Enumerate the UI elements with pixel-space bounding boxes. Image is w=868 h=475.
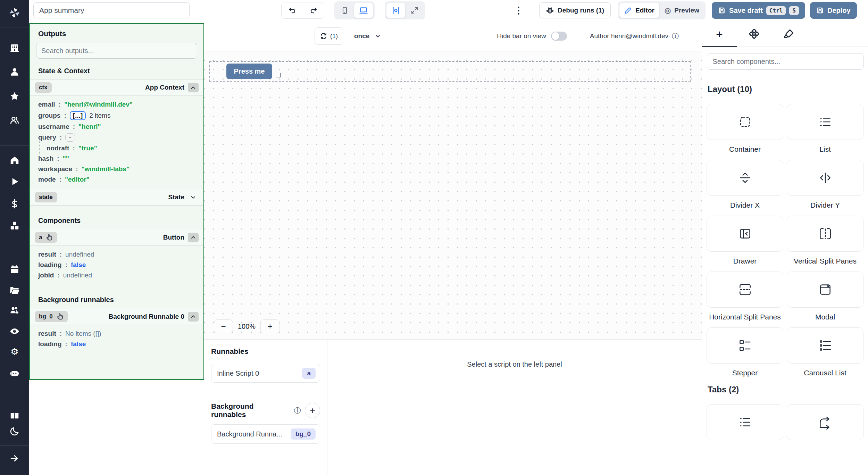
collapse-bg0-button[interactable] (188, 312, 199, 322)
component-card-container[interactable]: Container (707, 104, 783, 154)
editor-tab[interactable]: Editor (619, 3, 660, 18)
search-outputs-input[interactable] (36, 43, 197, 59)
app-summary-input[interactable] (33, 2, 190, 18)
component-card-horizontal-split-panes[interactable]: Horizontal Split Panes (707, 272, 783, 322)
component-a-type-label: Button (163, 234, 184, 241)
more-menu-button[interactable]: ⋮ (514, 6, 523, 15)
component-card-divider-x[interactable]: Divider X (707, 160, 783, 210)
state-badge[interactable]: state (35, 192, 57, 202)
selected-row-outline[interactable] (209, 61, 691, 82)
settings-gear-icon[interactable]: ⚙ (9, 346, 20, 358)
mobile-view-button[interactable] (336, 3, 354, 18)
ctx-fields: email: "henri@windmill.dev" groups: [...… (30, 96, 203, 189)
windmill-logo-icon[interactable] (9, 7, 20, 19)
runnables-panel: Runnables Inline Script 0 a Background r… (204, 339, 702, 475)
ctx-badge[interactable]: ctx (35, 82, 52, 93)
bg0-badge[interactable]: bg_0 (35, 311, 68, 322)
ctx-field-workspace: workspace: "windmill-labs" (30, 164, 203, 174)
inline-script-item[interactable]: Inline Script 0 a (211, 364, 320, 383)
resize-handle-icon[interactable] (276, 73, 281, 77)
zoom-out-button[interactable]: − (214, 319, 233, 333)
expand-sidebar-arrow-icon[interactable] (9, 452, 20, 464)
component-card-drawer[interactable]: Drawer (707, 216, 783, 266)
audit-eye-icon[interactable] (9, 325, 20, 337)
hide-bar-toggle[interactable] (551, 32, 567, 41)
resources-cubes-icon[interactable] (9, 220, 20, 232)
divider-x-icon (737, 170, 753, 186)
bg0-field-result: result: No items ([]) (30, 328, 203, 339)
component-card-stepper[interactable]: Stepper (707, 327, 783, 378)
ai-robot-icon[interactable] (9, 367, 20, 379)
chevron-up-icon (190, 313, 197, 320)
runnables-list: Runnables Inline Script 0 a Background r… (204, 340, 327, 475)
runs-play-icon[interactable] (9, 176, 20, 188)
collapse-ctx-button[interactable] (188, 83, 199, 92)
groups-icon[interactable] (9, 114, 20, 126)
modal-icon (817, 282, 833, 298)
list-icon (817, 114, 833, 130)
redo-button[interactable] (303, 2, 324, 18)
background-runnables-head: Background runnables ⓘ + (211, 402, 320, 419)
center-align-button[interactable] (386, 3, 406, 18)
component-card-tabs[interactable] (707, 404, 783, 440)
bg0-field-loading: loading: false (30, 339, 203, 349)
info-icon[interactable]: ⓘ (672, 32, 679, 41)
user-icon[interactable] (9, 66, 20, 78)
refresh-button[interactable]: (1) (315, 27, 343, 45)
plus-icon: + (716, 28, 723, 40)
ctx-field-query: query: - (30, 132, 203, 143)
desktop-view-button[interactable] (354, 3, 373, 18)
component-card-conditional-tabs[interactable] (787, 404, 863, 440)
workspace-icon[interactable] (9, 42, 20, 54)
undo-button[interactable] (282, 2, 303, 18)
debug-runs-button[interactable]: Debug runs (1) (539, 2, 611, 18)
paintbrush-icon (784, 29, 794, 39)
deploy-button[interactable]: Deploy (810, 2, 857, 19)
press-me-button[interactable]: Press me (226, 64, 272, 79)
preview-tab[interactable]: ◎ Preview (660, 3, 704, 18)
zoom-controls: − 100% + (214, 319, 279, 333)
horizontal-split-panes-icon (737, 282, 753, 298)
variables-dollar-icon[interactable] (9, 198, 20, 210)
tab-component-settings[interactable] (737, 21, 771, 47)
folders-icon[interactable] (9, 284, 20, 296)
outputs-title: Outputs (30, 24, 203, 40)
zoom-in-button[interactable]: + (260, 319, 279, 333)
background-runnables-header: Background runnables (30, 292, 203, 308)
schedule-dropdown[interactable]: once (354, 27, 381, 45)
workers-users-gear-icon[interactable] (9, 305, 20, 316)
collapse-component-a-button[interactable] (188, 233, 199, 242)
save-draft-button[interactable]: Save draft Ctrl S (712, 2, 805, 19)
app-canvas[interactable]: Press me − 100% + (204, 51, 702, 339)
home-icon[interactable] (9, 154, 20, 166)
background-runnable-item[interactable]: Background Runna... bg_0 (211, 424, 320, 444)
a-field-loading: loading: false (30, 260, 203, 270)
a-field-jobid: jobId: undefined (30, 270, 203, 281)
tab-insert-component[interactable]: + (702, 21, 737, 47)
chevron-down-icon (190, 194, 197, 201)
expand-array-badge[interactable]: [...] (70, 111, 86, 120)
fullscreen-button[interactable] (406, 3, 424, 18)
ctx-field-groups: groups: [...] 2 items (30, 110, 203, 122)
component-card-carousel-list[interactable]: Carousel List (787, 327, 863, 378)
ctx-field-nodraft: nodraft: "true" (30, 143, 203, 153)
tab-styling[interactable] (771, 21, 806, 47)
docs-books-icon[interactable] (9, 410, 20, 422)
ctx-field-mode: mode: "editor" (30, 174, 203, 185)
expand-state-button[interactable] (188, 192, 199, 202)
component-card-divider-y[interactable]: Divider Y (787, 160, 863, 210)
bg0-type-label: Background Runnable 0 (108, 313, 184, 320)
ctx-field-email: email: "henri@windmill.dev" (30, 99, 203, 110)
component-card-vertical-split-panes[interactable]: Vertical Split Panes (787, 216, 863, 266)
windmill-app-editor: ⚙ (0, 0, 868, 475)
info-icon[interactable]: ⓘ (294, 406, 301, 415)
schedules-calendar-icon[interactable] (9, 264, 20, 275)
component-card-modal[interactable]: Modal (787, 272, 863, 322)
expand-object-badge[interactable]: - (65, 133, 75, 142)
component-card-list[interactable]: List (787, 104, 863, 154)
component-a-badge[interactable]: a (35, 232, 57, 243)
dark-mode-moon-icon[interactable] (9, 425, 20, 437)
search-components-input[interactable] (707, 53, 863, 70)
add-background-runnable-button[interactable]: + (305, 403, 320, 418)
star-icon[interactable] (9, 90, 20, 102)
